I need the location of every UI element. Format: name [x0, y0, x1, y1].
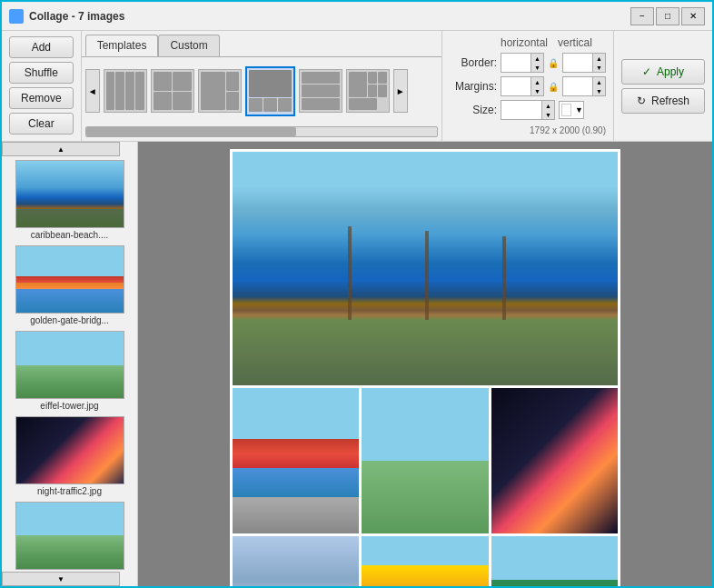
- thumbnail-item-2[interactable]: golden-gate-bridg...: [5, 245, 134, 325]
- thumbnail-item-1[interactable]: caribbean-beach....: [5, 160, 134, 240]
- thumbnail-item-4[interactable]: night-traffic2.jpg: [5, 416, 134, 496]
- margins-lock-icon[interactable]: 🔒: [548, 80, 559, 93]
- size-spinbtns: ▲ ▼: [541, 101, 554, 119]
- scroll-up-button[interactable]: ▲: [2, 142, 120, 156]
- size-info: 1792 x 2000 (0.90): [450, 125, 606, 135]
- border-h-down[interactable]: ▼: [531, 63, 543, 72]
- border-v-down[interactable]: ▼: [592, 63, 605, 72]
- tab-row: Templates Custom: [82, 31, 441, 56]
- tab-custom[interactable]: Custom: [158, 35, 219, 56]
- thumbnail-label-1: caribbean-beach....: [31, 230, 109, 240]
- minimize-button[interactable]: −: [630, 7, 654, 25]
- window-controls: − □ ✕: [630, 7, 705, 25]
- margins-v-spinbtns: ▲ ▼: [592, 77, 605, 95]
- template-1[interactable]: [104, 69, 147, 113]
- margins-v-spinner[interactable]: 4 ▲ ▼: [562, 76, 606, 96]
- border-h-spinner[interactable]: 4 ▲ ▼: [501, 53, 544, 73]
- refresh-button[interactable]: ↻ Refresh: [621, 88, 705, 114]
- margins-h-input[interactable]: 4: [501, 79, 531, 94]
- apply-button[interactable]: ✓ Apply: [621, 59, 705, 85]
- template-grid: ◄: [82, 56, 441, 125]
- collage-cell-b2: [362, 536, 488, 586]
- maximize-button[interactable]: □: [656, 7, 679, 25]
- border-lock-icon[interactable]: 🔒: [548, 56, 559, 69]
- clear-button[interactable]: Clear: [9, 113, 74, 135]
- template-scrollbar[interactable]: [85, 126, 438, 137]
- collage-preview: [230, 149, 620, 586]
- thumbnail-item-5[interactable]: eiffel-tower-2.jpg: [5, 502, 134, 572]
- color-picker[interactable]: ▼: [559, 101, 584, 119]
- border-h-up[interactable]: ▲: [531, 54, 543, 63]
- margins-h-down[interactable]: ▼: [531, 86, 543, 95]
- template-6[interactable]: [346, 69, 390, 113]
- size-down[interactable]: ▼: [541, 110, 554, 119]
- collage-cell-m2: [362, 388, 488, 534]
- margins-v-up[interactable]: ▲: [592, 77, 605, 86]
- settings-panel: horizontal vertical Border: 4 ▲ ▼ 🔒 4: [442, 31, 613, 141]
- collage-cell-m1: [233, 388, 359, 534]
- preview-area: [138, 142, 712, 586]
- remove-button[interactable]: Remove: [9, 87, 74, 109]
- margins-h-spinbtns: ▲ ▼: [531, 77, 543, 95]
- refresh-icon: ↻: [637, 95, 646, 107]
- main-window: Collage - 7 images − □ ✕ Add Shuffle Rem…: [0, 0, 714, 588]
- size-up[interactable]: ▲: [541, 101, 554, 110]
- thumbnail-label-2: golden-gate-bridg...: [30, 315, 109, 325]
- shuffle-button[interactable]: Shuffle: [9, 62, 74, 84]
- tab-templates[interactable]: Templates: [85, 35, 159, 56]
- template-2[interactable]: [151, 69, 194, 113]
- border-label: Border:: [450, 56, 497, 69]
- border-row: Border: 4 ▲ ▼ 🔒 4 ▲ ▼: [450, 53, 606, 73]
- border-v-up[interactable]: ▲: [592, 54, 605, 63]
- vertical-label: vertical: [551, 36, 599, 49]
- size-input[interactable]: 2000: [501, 103, 541, 117]
- margins-row: Margins: 4 ▲ ▼ 🔒 4 ▲ ▼: [450, 76, 606, 96]
- template-scrollbar-thumb: [86, 127, 297, 136]
- size-label: Size:: [450, 104, 497, 116]
- margins-h-spinner[interactable]: 4 ▲ ▼: [501, 76, 544, 96]
- template-5[interactable]: [299, 69, 342, 113]
- thumbnail-item-3[interactable]: eiffel-tower.jpg: [5, 331, 134, 411]
- window-title: Collage - 7 images: [29, 10, 630, 23]
- thumbnail-sidebar: ▲ caribbean-beach.... golden-gate-bridg.…: [2, 142, 138, 586]
- collage-cell-top: [233, 152, 618, 385]
- close-button[interactable]: ✕: [681, 7, 705, 25]
- size-row: Size: 2000 ▲ ▼ ▼: [450, 100, 606, 120]
- margins-label: Margins:: [450, 80, 497, 93]
- toolbar: Add Shuffle Remove Clear Templates Custo…: [2, 31, 712, 142]
- template-3[interactable]: [198, 69, 242, 113]
- thumbnail-scroll-area[interactable]: caribbean-beach.... golden-gate-bridg...…: [2, 156, 137, 572]
- content-area: ▲ caribbean-beach.... golden-gate-bridg.…: [2, 142, 712, 586]
- add-button[interactable]: Add: [9, 36, 74, 58]
- app-icon: [9, 9, 24, 24]
- border-h-spinbtns: ▲ ▼: [531, 54, 543, 72]
- border-h-input[interactable]: 4: [501, 55, 531, 70]
- collage-cell-b3: [491, 536, 618, 586]
- scroll-down-button[interactable]: ▼: [2, 572, 120, 586]
- apply-label: Apply: [657, 65, 684, 78]
- margins-h-up[interactable]: ▲: [531, 77, 543, 86]
- template-scroll-left[interactable]: ◄: [85, 69, 100, 113]
- collage-cell-b1: [233, 536, 359, 586]
- border-v-input[interactable]: 4: [563, 55, 592, 70]
- col-labels: horizontal vertical: [501, 36, 606, 49]
- right-panel: horizontal vertical Border: 4 ▲ ▼ 🔒 4: [442, 31, 712, 141]
- apply-icon: ✓: [642, 65, 651, 78]
- collage-row-middle: [233, 388, 618, 534]
- left-buttons-panel: Add Shuffle Remove Clear: [2, 31, 82, 141]
- collage-cell-m3: [491, 388, 618, 534]
- margins-v-down[interactable]: ▼: [592, 86, 605, 95]
- templates-area: Templates Custom ◄: [82, 31, 442, 141]
- border-v-spinner[interactable]: 4 ▲ ▼: [562, 53, 606, 73]
- titlebar: Collage - 7 images − □ ✕: [2, 2, 712, 31]
- template-4[interactable]: [245, 66, 295, 116]
- action-buttons: ✓ Apply ↻ Refresh: [613, 31, 712, 141]
- template-scroll-right[interactable]: ►: [393, 69, 408, 113]
- thumbnail-label-3: eiffel-tower.jpg: [40, 401, 98, 411]
- thumbnail-label-4: night-traffic2.jpg: [37, 486, 102, 496]
- margins-v-input[interactable]: 4: [563, 79, 592, 94]
- template-scrollbar-row: [82, 125, 441, 141]
- size-spinner[interactable]: 2000 ▲ ▼: [501, 100, 555, 120]
- refresh-label: Refresh: [651, 95, 689, 107]
- border-v-spinbtns: ▲ ▼: [592, 54, 605, 72]
